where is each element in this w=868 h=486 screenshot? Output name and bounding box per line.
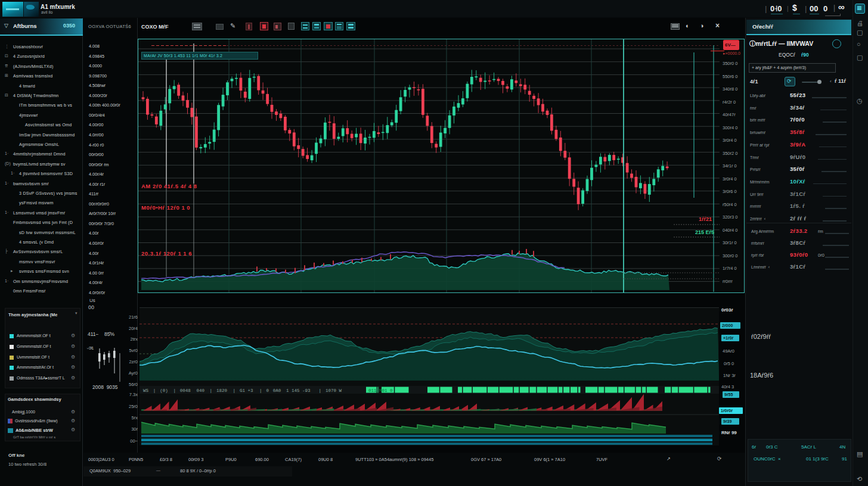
svg-text:|: | [173,388,176,393]
svg-text:0048: 0048 [180,388,191,393]
svg-text:|: | [319,388,322,393]
svg-text:0: 0 [266,388,269,393]
svg-text:1070 W: 1070 W [326,388,342,393]
svg-text:011 M01 0: 011 M01 0 [368,388,393,393]
svg-text:WS: WS [143,388,149,393]
svg-text:|: | [153,388,156,393]
svg-text:(0): (0) [160,388,168,393]
svg-text:1820: 1820 [216,388,228,393]
svg-text:|: | [259,388,262,393]
svg-text:0A0: 0A0 [273,388,281,393]
svg-text:|: | [210,388,213,393]
svg-text:040: 040 [196,388,204,393]
svg-text:G1 +3: G1 +3 [240,388,253,393]
svg-text:|: | [233,388,236,393]
svg-text:1 145 -93: 1 145 -93 [286,388,311,393]
